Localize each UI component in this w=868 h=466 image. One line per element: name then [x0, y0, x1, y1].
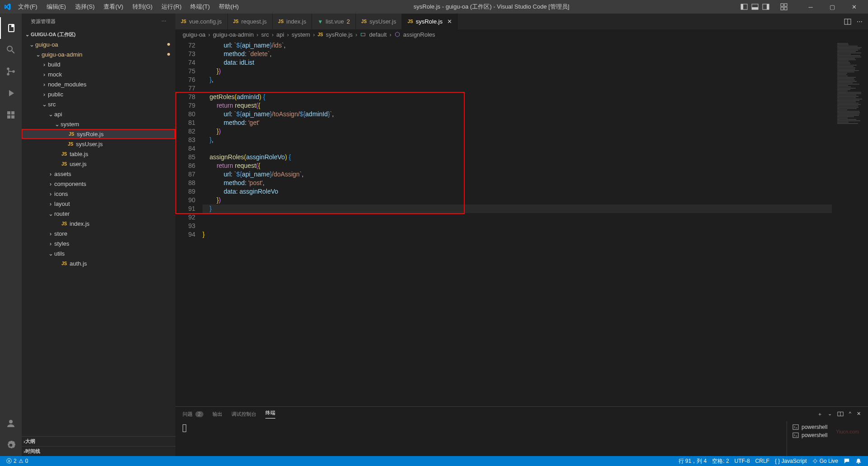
folder-item[interactable]: ⌄api	[22, 109, 175, 119]
file-item[interactable]: JSsysRole.js	[22, 129, 175, 139]
run-debug-icon[interactable]	[0, 82, 22, 104]
status-item[interactable]: Go Live	[810, 457, 841, 465]
js-file-icon: JS	[61, 162, 68, 166]
folder-item[interactable]: ›node_modules	[22, 79, 175, 89]
maximize-panel-icon[interactable]: ^	[849, 411, 851, 418]
editor-tab[interactable]: JSrequest.js	[228, 14, 273, 29]
status-item[interactable]: { } JavaScript	[772, 457, 810, 465]
extensions-icon[interactable]	[0, 104, 22, 126]
status-errors[interactable]: ⓧ2 ⚠0	[4, 457, 31, 465]
breadcrumb-item[interactable]: sysRole.js	[326, 31, 353, 38]
breadcrumb-item[interactable]: src	[261, 31, 269, 38]
more-tab-actions-icon[interactable]: ⋯	[857, 18, 863, 25]
minimap[interactable]	[832, 39, 868, 406]
menu-item[interactable]: 帮助(H)	[215, 1, 242, 13]
feedback-icon[interactable]	[841, 458, 853, 464]
source-control-icon[interactable]	[0, 61, 22, 82]
toggle-panel-left-icon[interactable]	[741, 3, 748, 10]
editor-tab[interactable]: JSsysRole.js✕	[402, 14, 458, 29]
more-actions-icon[interactable]: ⋯	[161, 19, 166, 24]
chevron-right-icon: ›	[47, 230, 54, 237]
account-icon[interactable]	[0, 413, 22, 434]
panel-tab[interactable]: 问题2	[183, 411, 203, 418]
editor-tab[interactable]: ▼list.vue2	[312, 14, 356, 29]
file-item[interactable]: JSsysUser.js	[22, 139, 175, 149]
toggle-panel-right-icon[interactable]	[762, 3, 769, 10]
editor-tab[interactable]: JSindex.js	[273, 14, 312, 29]
chevron-right-icon: ›	[47, 181, 54, 187]
menu-item[interactable]: 查看(V)	[100, 1, 127, 13]
customize-layout-icon[interactable]	[780, 3, 788, 10]
terminal-instance[interactable]: powershell	[791, 431, 864, 439]
breadcrumb-item[interactable]: system	[292, 31, 310, 38]
split-terminal-icon[interactable]	[837, 411, 844, 418]
editor-tab[interactable]: JSvue.config.js	[175, 14, 228, 29]
chevron-down-icon: ⌄	[47, 250, 54, 257]
folder-item[interactable]: ⌄guigu-oa-admin	[22, 49, 175, 59]
panel-tab[interactable]: 调试控制台	[231, 411, 256, 418]
toggle-panel-bottom-icon[interactable]	[751, 3, 759, 10]
file-item[interactable]: JStable.js	[22, 149, 175, 159]
js-file-icon: JS	[61, 261, 68, 266]
folder-item[interactable]: ⌄system	[22, 119, 175, 129]
breadcrumb[interactable]: guigu-oa›guigu-oa-admin›src›api›system›J…	[175, 29, 868, 39]
file-item[interactable]: JSindex.js	[22, 219, 175, 228]
search-icon[interactable]	[0, 39, 22, 61]
js-file-icon: JS	[61, 221, 68, 226]
folder-item[interactable]: ›mock	[22, 69, 175, 79]
menu-item[interactable]: 编辑(E)	[43, 1, 70, 13]
workspace-root[interactable]: ⌄ GUIGU-OA (工作区)	[22, 29, 175, 39]
folder-item[interactable]: ⌄utils	[22, 248, 175, 258]
breadcrumb-item[interactable]: default	[369, 31, 387, 38]
menu-item[interactable]: 转到(G)	[129, 1, 156, 13]
minimize-button[interactable]: ─	[800, 0, 821, 14]
folder-item[interactable]: ›icons	[22, 189, 175, 199]
code-content[interactable]: url: `${api_name}/ids`, method: `delete`…	[203, 39, 832, 406]
split-editor-icon[interactable]	[844, 18, 851, 25]
vue-file-icon: ▼	[317, 19, 323, 25]
folder-item[interactable]: ›store	[22, 228, 175, 238]
folder-item[interactable]: ›styles	[22, 238, 175, 248]
panel-tab[interactable]: 终端	[265, 409, 275, 418]
terminal-body[interactable]	[175, 421, 787, 456]
js-file-icon: JS	[233, 19, 239, 24]
sidebar-section[interactable]: › 时间线	[22, 446, 175, 456]
terminal-dropdown-icon[interactable]: ⌄	[828, 411, 832, 418]
terminal-instance[interactable]: powershell	[791, 423, 864, 431]
menu-item[interactable]: 终端(T)	[187, 1, 213, 13]
status-item[interactable]: 行 91，列 4	[676, 457, 710, 465]
explorer-icon[interactable]	[0, 17, 22, 39]
notifications-icon[interactable]	[853, 458, 864, 464]
sidebar-section[interactable]: › 大纲	[22, 436, 175, 446]
breadcrumb-item[interactable]: guigu-oa	[183, 31, 206, 38]
menu-item[interactable]: 运行(R)	[158, 1, 185, 13]
close-tab-icon[interactable]: ✕	[447, 18, 452, 25]
new-terminal-icon[interactable]: ＋	[817, 411, 822, 418]
folder-item[interactable]: ⌄router	[22, 209, 175, 219]
maximize-button[interactable]: ▢	[822, 0, 843, 14]
menu-item[interactable]: 选择(S)	[71, 1, 98, 13]
settings-gear-icon[interactable]	[0, 434, 22, 456]
line-gutter: 7273747576777879808182838485868788899091…	[175, 39, 203, 406]
folder-item[interactable]: ›build	[22, 59, 175, 69]
folder-item[interactable]: ›assets	[22, 169, 175, 179]
file-item[interactable]: JSuser.js	[22, 159, 175, 169]
status-item[interactable]: CRLF	[753, 457, 772, 465]
breadcrumb-item[interactable]: guigu-oa-admin	[213, 31, 254, 38]
folder-item[interactable]: ⌄src	[22, 99, 175, 109]
folder-item[interactable]: ›layout	[22, 199, 175, 209]
menu-item[interactable]: 文件(F)	[14, 1, 41, 13]
breadcrumb-item[interactable]: assignRoles	[403, 31, 435, 38]
status-item[interactable]: UTF-8	[732, 457, 753, 465]
close-panel-icon[interactable]: ✕	[857, 411, 861, 418]
folder-item[interactable]: ›components	[22, 179, 175, 189]
file-item[interactable]: JSauth.js	[22, 258, 175, 268]
status-item[interactable]: 空格: 2	[709, 457, 731, 465]
code-editor[interactable]: 7273747576777879808182838485868788899091…	[175, 39, 868, 406]
panel-tab[interactable]: 输出	[212, 411, 222, 418]
breadcrumb-item[interactable]: api	[276, 31, 284, 38]
close-button[interactable]: ✕	[844, 0, 864, 14]
folder-item[interactable]: ⌄guigu-oa	[22, 39, 175, 49]
editor-tab[interactable]: JSsysUser.js	[356, 14, 402, 29]
folder-item[interactable]: ›public	[22, 89, 175, 99]
